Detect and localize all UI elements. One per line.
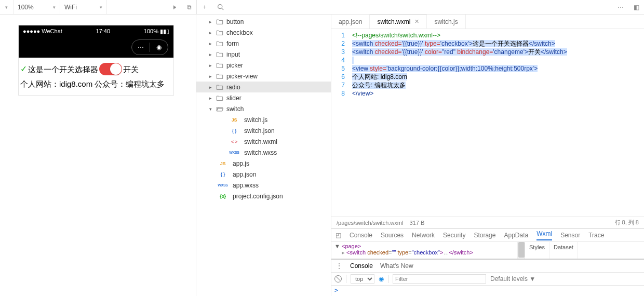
folder-form[interactable]: ▸form	[196, 38, 331, 49]
file-type-icon: JS	[227, 117, 241, 123]
svg-point-0	[218, 5, 222, 9]
device-dropdown[interactable]: ▾	[0, 0, 14, 14]
folder-icon	[216, 29, 223, 36]
network-value: WiFi	[64, 4, 77, 11]
folder-switch[interactable]: ▾switch	[196, 103, 331, 114]
devtools-tab-sensor[interactable]: Sensor	[560, 232, 580, 239]
wxml-tree[interactable]: ▼ <page> ▸ <switch checked="" type="chec…	[331, 242, 517, 259]
dataset-tab[interactable]: Dataset	[549, 242, 578, 259]
folder-icon	[216, 51, 223, 58]
battery-label: 100% ▮▮▯	[144, 28, 169, 35]
close-icon[interactable]: ✕	[414, 18, 419, 25]
site-label: 个人网站：idig8.com	[20, 77, 92, 91]
drawer-tab-console[interactable]: Console	[350, 262, 373, 270]
drawer-tabs: ⋮ Console What's New	[331, 259, 644, 272]
file-switch-wxml[interactable]: < >switch.wxml	[196, 136, 331, 147]
zoom-dropdown[interactable]: 100%▾	[14, 0, 60, 14]
file-type-icon: < >	[227, 139, 241, 144]
simulator-panel: ●●●●● WeChat 17:40 100% ▮▮▯ ⋯ ◉ ✓ 这是一个开关…	[0, 15, 196, 296]
checkbox-checked-icon[interactable]: ✓	[20, 62, 27, 77]
capsule-menu-icon[interactable]: ⋯	[132, 40, 150, 55]
code-editor[interactable]: 12345678 <!--pages/switch/switch.wxml-->…	[331, 29, 644, 217]
devtools-tab-console[interactable]: Console	[350, 232, 372, 239]
svg-line-1	[221, 8, 223, 10]
checkbox-label: 这是一个开关选择器	[28, 62, 98, 76]
folder-icon	[216, 40, 223, 47]
folder-icon	[216, 95, 223, 102]
folder-radio[interactable]: ▸radio	[196, 82, 331, 92]
devtools-tab-sources[interactable]: Sources	[381, 232, 404, 239]
file-type-icon: { }	[216, 172, 230, 177]
more-icon[interactable]: ⋯	[613, 0, 628, 15]
folder-icon	[216, 18, 223, 25]
file-explorer: ▸button▸checkbox▸form▸input▸picker▸picke…	[196, 15, 331, 296]
styles-tab[interactable]: Styles	[525, 242, 549, 259]
folder-input[interactable]: ▸input	[196, 49, 331, 60]
devtools-tab-security[interactable]: Security	[443, 232, 465, 239]
file-type-icon: WXSS	[227, 151, 241, 154]
file-app-wxss[interactable]: WXSSapp.wxss	[196, 180, 331, 191]
split-icon[interactable]: ◧	[628, 0, 644, 15]
status-time: 17:40	[96, 28, 111, 34]
devtools-tab-wxml[interactable]: Wxml	[536, 230, 552, 240]
folder-button[interactable]: ▸button	[196, 16, 331, 27]
tab-app-json[interactable]: app.json	[331, 15, 370, 29]
carrier-label: ●●●●● WeChat	[23, 28, 62, 34]
add-file-icon[interactable]: ＋	[197, 0, 212, 15]
file-app-js[interactable]: JSapp.js	[196, 158, 331, 169]
mute-icon[interactable]: 🕨	[167, 0, 182, 15]
folder-icon	[216, 62, 223, 69]
search-icon[interactable]	[212, 0, 228, 15]
phone-frame: ●●●●● WeChat 17:40 100% ▮▮▯ ⋯ ◉ ✓ 这是一个开关…	[18, 25, 174, 96]
folder-picker-view[interactable]: ▸picker-view	[196, 71, 331, 82]
zoom-value: 100%	[18, 4, 34, 11]
devtools-scrollbar[interactable]	[517, 242, 525, 259]
network-dropdown[interactable]: WiFi▾	[60, 0, 107, 14]
drawer-tab-whatsnew[interactable]: What's New	[380, 262, 413, 270]
detach-icon[interactable]: ⧉	[182, 0, 196, 15]
devtools-tab-storage[interactable]: Storage	[474, 232, 495, 239]
folder-checkbox[interactable]: ▸checkbox	[196, 27, 331, 38]
log-levels-dropdown[interactable]: Default levels ▼	[490, 275, 535, 282]
context-select[interactable]: top	[351, 274, 374, 284]
switch-label: 开关	[123, 62, 139, 76]
tab-switch-js[interactable]: switch.js	[427, 15, 465, 29]
tab-switch-wxml[interactable]: switch.wxml✕	[370, 15, 427, 29]
devtools-tab-network[interactable]: Network	[412, 232, 435, 239]
clear-console-icon[interactable]	[334, 275, 342, 282]
devtools-tab-appdata[interactable]: AppData	[504, 232, 528, 239]
status-bar: /pages/switch/switch.wxml 317 B 行 8, 列 8	[331, 217, 644, 228]
inspect-icon[interactable]: ◰	[336, 232, 341, 239]
file-switch-json[interactable]: { }switch.json	[196, 125, 331, 136]
console-input[interactable]: >	[331, 286, 644, 296]
status-path: /pages/switch/switch.wxml	[337, 220, 403, 226]
switch-toggle[interactable]	[99, 63, 122, 75]
folder-icon	[216, 73, 223, 80]
drawer-menu-icon[interactable]: ⋮	[336, 262, 343, 270]
file-type-icon: { }	[227, 128, 241, 133]
file-type-icon: WXSS	[216, 183, 230, 187]
file-project-config-json[interactable]: {o}project.config.json	[196, 191, 331, 201]
capsule-close-icon[interactable]: ◉	[150, 40, 168, 55]
file-type-icon: {o}	[216, 194, 230, 199]
file-type-icon: JS	[216, 161, 230, 166]
file-app-json[interactable]: { }app.json	[196, 169, 331, 180]
folder-icon	[216, 84, 223, 91]
file-switch-wxss[interactable]: WXSSswitch.wxss	[196, 147, 331, 158]
status-size: 317 B	[410, 220, 425, 226]
pub-label: 公众号：编程坑太多	[95, 77, 165, 91]
console-filter-input[interactable]	[393, 274, 486, 284]
file-switch-js[interactable]: JSswitch.js	[196, 114, 331, 125]
folder-open-icon	[216, 105, 223, 113]
editor-tabs: app.jsonswitch.wxml✕switch.js	[331, 15, 644, 29]
folder-picker[interactable]: ▸picker	[196, 60, 331, 71]
folder-slider[interactable]: ▸slider	[196, 92, 331, 103]
devtools-panel: ◰ ConsoleSourcesNetworkSecurityStorageAp…	[331, 228, 644, 259]
devtools-tab-trace[interactable]: Trace	[588, 232, 604, 239]
status-cursor: 行 8, 列 8	[615, 219, 639, 226]
